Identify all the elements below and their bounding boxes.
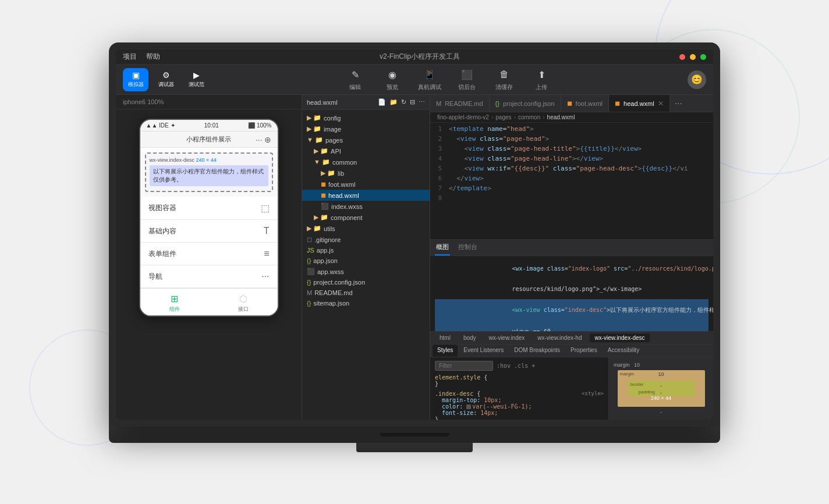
json-file-icon: {} [307,279,311,286]
tree-item-sitemap[interactable]: {} sitemap.json [302,298,430,308]
tree-item-app-json[interactable]: {} app.json [302,255,430,266]
menu-item-help[interactable]: 帮助 [146,52,160,62]
test-button[interactable]: ▶ 测试范 [183,68,209,91]
menu-item-project[interactable]: 项目 [123,52,137,62]
upload-tool[interactable]: ⬆ 上传 [529,68,554,91]
tree-label-sitemap: sitemap.json [313,300,349,307]
file-tree-icon-collapse[interactable]: ⊟ [410,98,415,106]
phone-nav-label-1: 接口 [238,306,249,313]
tree-item-app-js[interactable]: JS app.js [302,245,430,255]
styles-filter: :hov .cls + [435,361,604,371]
upload-icon: ⬆ [534,68,548,81]
line-number-5: 5 [430,165,449,172]
elem-tab-wx-index[interactable]: wx-view.index [484,333,530,342]
file-tree-icon-refresh[interactable]: ↻ [401,98,406,106]
tree-label-index-wxss: index.wxss [331,203,363,210]
tree-label-project-config: project.config.json [313,279,365,286]
phone-nav-item-0[interactable]: ⊞ 组件 [140,293,209,313]
phone-time: 10:01 [204,122,219,129]
toolbar: ▣ 模拟器 ⚙ 调试器 ▶ 测试范 [116,65,713,95]
phone-nav-item-1[interactable]: ⬡ 接口 [209,293,278,313]
file-tree-items: ▶ 📁 config ▶ 📁 image ▼ 📁 [302,110,430,311]
insp-tab-properties[interactable]: Properties [566,345,602,357]
elem-tab-wx-index-hd[interactable]: wx-view.index-hd [533,333,586,342]
toolbar-right: 😊 [688,70,706,89]
phone-section-2[interactable]: 表单组件 ≡ [140,243,278,265]
simulator-button[interactable]: ▣ 模拟器 [123,68,148,91]
insp-tab-dom-breakpoints[interactable]: DOM Breakpoints [509,345,565,357]
app-container: 项目 帮助 v2-FinClip小程序开发工具 ▣ 模拟器 [116,49,713,420]
device-debug-tool[interactable]: 📱 真机调试 [417,68,442,91]
phone-section-0[interactable]: 视图容器 ⬚ [140,197,278,220]
file-tree-icon-new-file[interactable]: 📄 [378,98,386,106]
code-content-7: </template> [449,184,496,192]
file-tree-icon-new-folder[interactable]: 📁 [389,98,398,106]
html-tree-line-2[interactable]: <wx-view class="index-desc">以下将展示小程序官方组件… [435,299,708,321]
styles-filter-hint: :hov .cls + [497,363,535,369]
tree-item-index-wxss[interactable]: ⬛ index.wxss [302,201,430,212]
tab-project-config-icon: {} [495,100,499,107]
elem-tab-body[interactable]: body [459,333,481,342]
tree-item-common[interactable]: ▼ 📁 common [302,157,430,168]
html-tree-line-3[interactable]: view> == $0 [435,321,708,332]
tree-item-lib[interactable]: ▶ 📁 lib [302,168,430,179]
insp-tab-accessibility[interactable]: Accessibility [603,345,644,357]
tree-item-foot-wxml[interactable]: ◼ foot.wxml [302,179,430,190]
tree-item-config[interactable]: ▶ 📁 config [302,112,430,123]
phone-section-1[interactable]: 基础内容 T [140,220,278,243]
tree-item-api[interactable]: ▶ 📁 API [302,145,430,157]
tree-item-project-config[interactable]: {} project.config.json [302,277,430,288]
html-tree[interactable]: <wx-image class="index-logo" src="../res… [430,256,713,332]
breadcrumb: fino-applet-demo-v2 › pages › common › h… [430,112,713,123]
preview-tool[interactable]: ◉ 预览 [380,68,405,91]
edit-tool[interactable]: ✎ 编辑 [342,68,368,91]
background-tool[interactable]: ⬛ 切后台 [454,68,480,91]
code-line-1: 1 <template name="head"> [430,125,713,135]
insp-tab-event-listeners[interactable]: Event Listeners [459,345,508,357]
phone-title: 小程序组件展示 [186,135,231,144]
code-line-2: 2 <view class="page-head"> [430,135,713,145]
tree-label-common: common [332,159,357,166]
elem-tab-wx-index-desc[interactable]: wx-view.index-desc [590,333,649,342]
tree-item-app-wxss[interactable]: ⬛ app.wxss [302,266,430,277]
maximize-button[interactable] [700,54,706,60]
devtool-tab-console[interactable]: 控制台 [457,240,479,255]
tree-label-app-json: app.json [313,257,338,264]
wxss-file-icon: ⬛ [307,268,315,275]
tab-foot-wxml[interactable]: ◼ foot.wxml [561,95,609,112]
phone-section-icon-2: ≡ [264,249,269,259]
preview-label: 预览 [387,83,398,91]
debugger-button[interactable]: ⚙ 调试器 [153,68,179,91]
user-avatar[interactable]: 😊 [688,70,706,89]
elem-tab-html[interactable]: html [435,333,455,342]
tree-item-readme[interactable]: M README.md [302,288,430,298]
tab-more-button[interactable]: ··· [670,98,687,109]
line-number-3: 3 [430,145,449,152]
tab-head-wxml[interactable]: ◼ head.wxml ✕ [609,95,670,112]
tree-item-pages[interactable]: ▼ 📁 pages [302,134,430,145]
devtool-tab-preview[interactable]: 概图 [435,240,450,255]
tab-close-icon[interactable]: ✕ [658,100,664,107]
tab-foot-wxml-label: foot.wxml [576,100,603,107]
tree-item-utils[interactable]: ▶ 📁 utils [302,223,430,234]
file-tree-icon-more[interactable]: ⋯ [419,98,425,106]
minimize-button[interactable] [690,54,696,60]
tree-item-head-wxml[interactable]: ◼ head.wxml [302,190,430,201]
styles-filter-input[interactable] [435,361,493,371]
editor-tabs: M README.md {} project.config.json ◼ foo… [430,95,713,112]
phone-section-3[interactable]: 导航 ··· [140,265,278,288]
folder-closed-icon: ▶ 📁 [307,125,321,133]
tree-item-component[interactable]: ▶ 📁 component [302,212,430,223]
tab-readme[interactable]: M README.md [430,95,490,112]
phone-nav-icon-0: ⊞ [171,293,178,304]
tab-readme-label: README.md [445,100,483,107]
tree-item-gitignore[interactable]: ◻ .gitignore [302,234,430,245]
devtools-tabs: 概图 控制台 [430,240,713,256]
clear-cache-tool[interactable]: 🗑 清缓存 [491,68,517,91]
code-editor[interactable]: 1 <template name="head"> 2 <view class="… [430,123,713,239]
close-button[interactable] [679,54,685,60]
tab-project-config[interactable]: {} project.config.json [490,95,561,112]
insp-tab-styles[interactable]: Styles [433,345,458,357]
phone-nav-more[interactable]: ··· ⊕ [256,135,272,144]
tree-item-image[interactable]: ▶ 📁 image [302,123,430,134]
